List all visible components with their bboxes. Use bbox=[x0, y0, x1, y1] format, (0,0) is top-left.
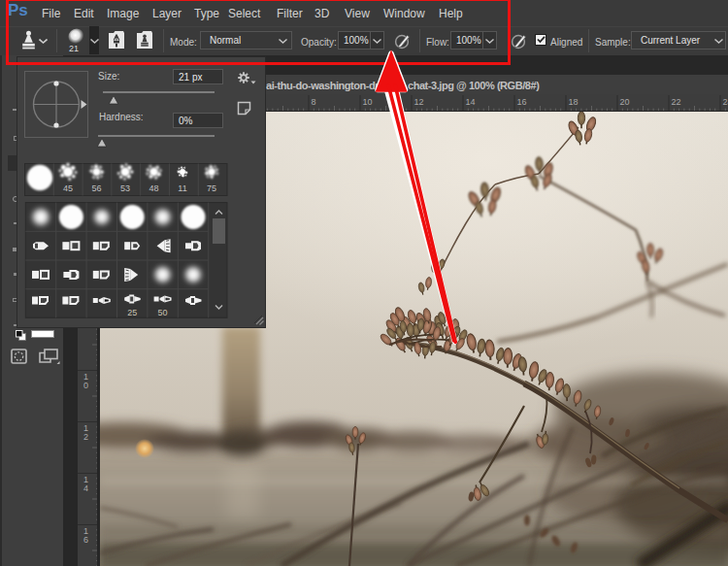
svg-text:24: 24 bbox=[723, 97, 728, 107]
svg-text:11: 11 bbox=[178, 183, 186, 193]
svg-text:75: 75 bbox=[207, 183, 216, 193]
svg-text:2: 2 bbox=[83, 432, 88, 442]
svg-text:25: 25 bbox=[127, 308, 137, 317]
svg-text:12: 12 bbox=[414, 97, 424, 107]
svg-text:4: 4 bbox=[83, 483, 88, 493]
svg-text:8: 8 bbox=[312, 97, 316, 107]
svg-text:48: 48 bbox=[149, 183, 158, 193]
svg-text:14: 14 bbox=[466, 97, 476, 107]
svg-text:Size:: Size: bbox=[98, 71, 119, 82]
svg-text:50: 50 bbox=[158, 308, 168, 317]
svg-text:0: 0 bbox=[83, 381, 88, 390]
svg-text:45: 45 bbox=[63, 183, 73, 193]
svg-text:20: 20 bbox=[620, 97, 630, 107]
svg-text:21 px: 21 px bbox=[179, 72, 202, 83]
svg-text:56: 56 bbox=[91, 183, 101, 193]
svg-text:53: 53 bbox=[120, 183, 130, 193]
svg-text:0%: 0% bbox=[179, 116, 193, 126]
svg-text:6: 6 bbox=[83, 535, 88, 545]
svg-text:22: 22 bbox=[672, 97, 681, 107]
svg-text:16: 16 bbox=[517, 97, 527, 107]
svg-text:Hardness:: Hardness: bbox=[99, 112, 144, 122]
svg-text:18: 18 bbox=[569, 97, 579, 107]
svg-text:10: 10 bbox=[363, 97, 373, 107]
